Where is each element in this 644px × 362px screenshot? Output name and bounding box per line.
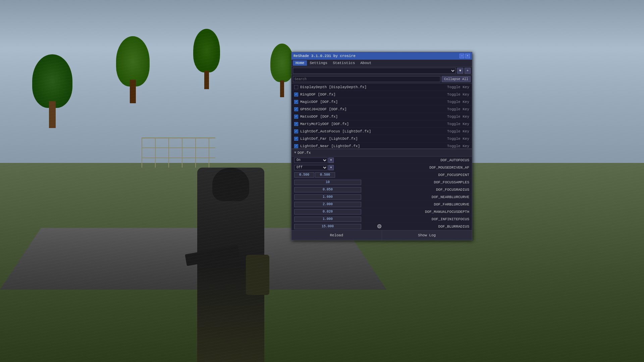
param-control: 1.000 <box>294 217 368 222</box>
effect-item[interactable]: MartyMcFlyDOF [DOF.fx]Toggle Key <box>291 120 472 128</box>
dropdown-arrow-icon[interactable]: ▼ <box>328 158 334 163</box>
search-bar: Collapse All <box>291 75 472 83</box>
preset-dropdown[interactable] <box>293 68 456 74</box>
param-value[interactable]: 15.000 <box>294 224 361 229</box>
dof-param-row: 10DOF_FOCUSSAMPLES <box>291 179 472 186</box>
effect-list: DisplayDepth [DisplayDepth.fx]Toggle Key… <box>291 83 472 149</box>
param-value[interactable]: 10 <box>294 180 361 185</box>
param-dropdown[interactable]: Off <box>294 165 328 170</box>
show-log-button[interactable]: Show Log <box>382 231 472 240</box>
effect-name: MagicDOF [DOF.fx] <box>300 100 447 104</box>
reshade-panel: ReShade 3.1.0.231 by crosire ─ × Home Se… <box>291 52 472 240</box>
reload-button[interactable]: Reload <box>291 231 382 240</box>
menu-home[interactable]: Home <box>293 60 307 66</box>
character <box>180 134 281 362</box>
param-control: Off▼ <box>294 165 368 170</box>
dof-header: ▼ DOF.fx <box>291 149 472 157</box>
effect-item[interactable]: DisplayDepth [DisplayDepth.fx]Toggle Key <box>291 83 472 91</box>
effect-item[interactable]: MagicDOF [DOF.fx]Toggle Key <box>291 98 472 106</box>
param-label: DOF_MANUALFOCUSDEPTH <box>368 210 469 214</box>
param-value-2[interactable]: 0.500 <box>315 172 335 178</box>
title-buttons: ─ × <box>460 54 470 58</box>
param-value-1[interactable]: 0.500 <box>294 172 314 178</box>
add-button[interactable]: + <box>465 68 471 74</box>
effect-name: MartyMcFlyDOF [DOF.fx] <box>300 122 447 126</box>
tree-3 <box>193 29 220 89</box>
param-value[interactable]: 0.020 <box>294 209 361 215</box>
param-control: On▼ <box>294 158 368 163</box>
param-label: DOF_NEARBLURCURVE <box>368 195 469 199</box>
param-label: DOF_FARBLURCURVE <box>368 202 469 206</box>
param-dropdown[interactable]: On <box>294 158 328 163</box>
toggle-key-label: Toggle Key <box>447 115 469 119</box>
effect-checkbox[interactable] <box>294 115 298 119</box>
effect-checkbox[interactable] <box>294 85 298 89</box>
effect-checkbox[interactable] <box>294 144 298 148</box>
effect-name: LightDof_Near [LightDof.fx] <box>300 144 447 148</box>
dof-param-row: 1.600DOF_NEARBLURCURVE <box>291 193 472 201</box>
toggle-key-label: Toggle Key <box>447 129 469 133</box>
toggle-key-label: Toggle Key <box>447 107 469 111</box>
effect-checkbox[interactable] <box>294 137 298 141</box>
dof-param-row: 2.000DOF_FARBLURCURVE <box>291 201 472 208</box>
param-control: 1.600 <box>294 194 368 200</box>
param-control: 10 <box>294 180 368 185</box>
menu-settings[interactable]: Settings <box>307 60 330 66</box>
dof-section: ▼ DOF.fx On▼DOF_AUTOFOCUSOff▼DOF_MOUSEDR… <box>291 149 472 230</box>
tree-1 <box>32 54 72 128</box>
param-value[interactable]: 2.000 <box>294 202 361 207</box>
menu-statistics[interactable]: Statistics <box>330 60 358 66</box>
tree-4 <box>270 44 294 97</box>
dof-param-row: 1.000DOF_INFINITEFOCUS <box>291 216 472 223</box>
effect-item[interactable]: MatsoDOF [DOF.fx]Toggle Key <box>291 113 472 120</box>
toggle-key-label: Toggle Key <box>447 100 469 104</box>
toggle-key-label: Toggle Key <box>447 137 469 141</box>
tree-2 <box>116 36 150 103</box>
search-input[interactable] <box>293 76 440 82</box>
titlebar: ReShade 3.1.0.231 by crosire ─ × <box>291 52 472 60</box>
effect-checkbox[interactable] <box>294 100 298 104</box>
param-label: DOF_FOCUSSAMPLES <box>368 180 469 184</box>
param-value[interactable]: 1.000 <box>294 217 361 222</box>
toggle-key-label: Toggle Key <box>447 85 469 89</box>
fence <box>142 137 215 168</box>
minimize-button[interactable]: ─ <box>460 54 464 58</box>
dropdown-arrow-icon[interactable]: ▼ <box>457 68 463 74</box>
param-label: DOF_FOCUSPOINT <box>368 173 469 177</box>
dof-param-row: 0.020DOF_MANUALFOCUSDEPTH <box>291 208 472 216</box>
effect-checkbox[interactable] <box>294 93 298 97</box>
param-label: DOF_MOUSEDRIVEN_AF <box>368 166 469 170</box>
param-value[interactable]: 0.050 <box>294 187 361 192</box>
param-label: DOF_FOCUSRADIUS <box>368 188 469 192</box>
param-control: 15.000 <box>294 224 368 229</box>
effect-item[interactable]: LightDof_AutoFocus [LightDof.fx]Toggle K… <box>291 128 472 135</box>
param-control: 0.050 <box>294 187 368 192</box>
toggle-key-label: Toggle Key <box>447 93 469 97</box>
effect-checkbox[interactable] <box>294 129 298 133</box>
dof-param-row: On▼DOF_AUTOFOCUS <box>291 157 472 164</box>
toolbar: ▼ + <box>291 67 472 75</box>
title-text: ReShade 3.1.0.231 by crosire <box>293 54 356 58</box>
dof-param-row: 0.5000.500DOF_FOCUSPOINT <box>291 171 472 179</box>
effect-checkbox[interactable] <box>294 122 298 126</box>
dof-collapse-icon: ▼ <box>294 151 296 155</box>
param-control: 0.5000.500 <box>294 172 368 178</box>
effect-item[interactable]: GP65CJ042DOF [DOF.fx]Toggle Key <box>291 106 472 113</box>
dof-param-row: 0.050DOF_FOCUSRADIUS <box>291 186 472 193</box>
param-label: DOF_INFINITEFOCUS <box>368 217 469 221</box>
dof-param-row: Off▼DOF_MOUSEDRIVEN_AF <box>291 164 472 171</box>
effect-item[interactable]: LightDof_Near [LightDof.fx]Toggle Key <box>291 142 472 149</box>
effect-item[interactable]: LightDof_Far [LightDof.fx]Toggle Key <box>291 135 472 142</box>
param-label: DOF_AUTOFOCUS <box>368 158 469 162</box>
menu-about[interactable]: About <box>358 60 374 66</box>
effect-name: RingDOF [DOF.fx] <box>300 93 447 97</box>
close-button[interactable]: × <box>465 54 470 58</box>
effect-item[interactable]: RingDOF [DOF.fx]Toggle Key <box>291 91 472 98</box>
dof-param-row: 15.000DOF_BLURRADIUS <box>291 223 472 230</box>
effect-checkbox[interactable] <box>294 107 298 111</box>
dropdown-arrow-icon[interactable]: ▼ <box>328 165 334 170</box>
param-value[interactable]: 1.600 <box>294 194 361 200</box>
toggle-key-label: Toggle Key <box>447 122 469 126</box>
collapse-all-button[interactable]: Collapse All <box>442 76 471 82</box>
dof-title: DOF.fx <box>298 151 311 155</box>
